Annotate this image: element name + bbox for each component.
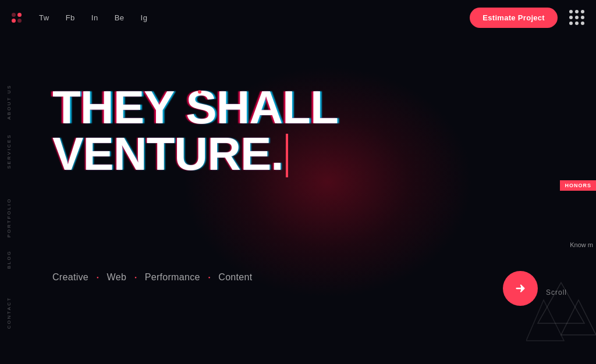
honors-badge: Honors xyxy=(560,180,596,191)
grid-dot xyxy=(569,22,573,25)
header-right: Estimate Project xyxy=(470,8,584,28)
grid-dot xyxy=(581,22,584,25)
grid-dot xyxy=(581,16,584,19)
grid-dot xyxy=(569,10,573,13)
grid-dot xyxy=(575,10,579,13)
arrow-next-button[interactable] xyxy=(503,271,538,306)
grid-dot xyxy=(575,16,579,19)
service-separator: ● xyxy=(97,276,99,279)
hero-line1: THEY SHALL xyxy=(52,84,338,131)
service-separator: ● xyxy=(134,276,137,279)
services-row: Creative ● Web ● Performance ● Content xyxy=(52,272,252,283)
side-label-services[interactable]: SERVICES xyxy=(6,134,12,169)
hero-section: THEY SHALL VENTURE. xyxy=(52,84,338,177)
text-cursor xyxy=(286,134,288,177)
logo-dot xyxy=(17,13,22,17)
know-more-text[interactable]: Know m xyxy=(570,241,593,248)
nav-link-fb[interactable]: Fb xyxy=(66,13,75,22)
grid-dot xyxy=(575,22,579,25)
header: Tw Fb In Be Ig Estimate Project xyxy=(0,0,596,35)
estimate-project-button[interactable]: Estimate Project xyxy=(470,8,558,28)
service-separator: ● xyxy=(208,276,211,279)
scroll-label: Scroll xyxy=(546,288,567,297)
right-panel-link-3: W xyxy=(549,165,596,172)
grid-dot xyxy=(581,10,584,13)
service-creative[interactable]: Creative xyxy=(52,272,88,283)
nav-link-be[interactable]: Be xyxy=(115,13,125,22)
hero-line2: VENTURE. xyxy=(52,131,338,177)
side-label-portfolio[interactable]: PORTFOLIO xyxy=(6,198,12,238)
right-panel: At Br We Br W Honors Know m xyxy=(549,0,596,364)
grid-menu-icon[interactable] xyxy=(569,10,584,25)
header-left: Tw Fb In Be Ig xyxy=(12,13,147,23)
service-web[interactable]: Web xyxy=(107,272,127,283)
right-panel-content: At Br We Br W xyxy=(549,76,596,172)
side-label-blog[interactable]: BLOG xyxy=(6,250,12,269)
service-performance[interactable]: Performance xyxy=(145,272,200,283)
arrow-right-icon xyxy=(514,282,527,295)
right-panel-title: At Br xyxy=(549,76,596,137)
dot-accent xyxy=(198,90,201,94)
main-nav: Tw Fb In Be Ig xyxy=(39,13,147,22)
nav-link-ig[interactable]: Ig xyxy=(141,13,148,22)
right-panel-links: We Br W xyxy=(549,146,596,172)
service-content[interactable]: Content xyxy=(218,272,252,283)
side-labels: ABOUT US SERVICES PORTFOLIO BLOG CONTACT xyxy=(0,0,17,364)
right-panel-link-1: We xyxy=(549,146,596,153)
logo-dot xyxy=(17,19,22,23)
nav-link-in[interactable]: In xyxy=(91,13,98,22)
side-label-about[interactable]: ABOUT US xyxy=(6,84,12,120)
side-label-contact[interactable]: CONTACT xyxy=(6,297,12,329)
nav-link-tw[interactable]: Tw xyxy=(39,13,49,22)
grid-dot xyxy=(569,16,573,19)
hero-title: THEY SHALL VENTURE. xyxy=(52,84,338,177)
right-panel-link-2: Br xyxy=(549,155,596,162)
